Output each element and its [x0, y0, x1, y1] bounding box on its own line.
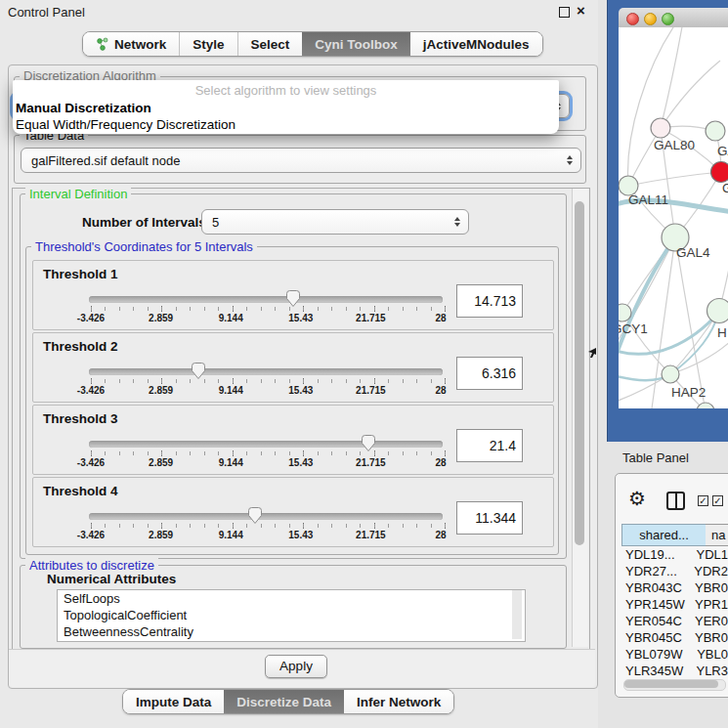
slider-minor-ticks — [91, 379, 446, 383]
table-data-combo[interactable]: galFiltered.sif default node — [21, 148, 581, 173]
node-label: GAL4 — [676, 245, 710, 260]
table-row[interactable]: YBR045C YBR0 — [621, 629, 728, 646]
table-row[interactable]: YDL19... YDL1 — [621, 546, 728, 563]
list-scrollbar[interactable] — [512, 590, 522, 639]
node-label: GAL80 — [654, 138, 695, 152]
tab-select-label: Select — [251, 37, 290, 52]
checkbox-icon[interactable]: ✓ — [698, 495, 708, 506]
threshold-3-panel: Threshold 3 -3.426 2.859 9.144 15.43 21.… — [32, 405, 554, 475]
node-label: GA — [717, 144, 728, 158]
tab-select[interactable]: Select — [237, 32, 303, 56]
slider-minor-ticks — [91, 451, 446, 455]
tab-cyni-toolbox[interactable]: Cyni Toolbox — [302, 32, 410, 56]
tab-jactivemnodules-label: jActiveMNodules — [423, 37, 530, 52]
threshold-2-slider-thumb[interactable] — [191, 362, 206, 380]
column-header-shared-name[interactable]: shared... — [621, 524, 707, 546]
numerical-attributes-label: Numerical Attributes — [47, 572, 176, 586]
node-cut-right[interactable] — [707, 299, 728, 323]
threshold-2-label: Threshold 2 — [43, 339, 118, 354]
thresholds-group-title: Threshold's Coordinates for 5 Intervals — [31, 239, 257, 254]
threshold-4-panel: Threshold 4 -3.426 2.859 9.144 15.43 21.… — [32, 477, 554, 547]
table-row[interactable]: YDR27... YDR2 — [621, 563, 728, 579]
tab-style-label: Style — [193, 37, 224, 52]
network-nodes[interactable] — [619, 118, 728, 408]
column-header-name[interactable]: na — [706, 524, 728, 546]
list-item[interactable]: BetweennessCentrality — [58, 623, 525, 640]
tab-network[interactable]: Network — [83, 32, 179, 56]
threshold-1-slider-track[interactable] — [89, 296, 443, 303]
threshold-4-value-field[interactable]: 11.344 — [456, 501, 523, 535]
slider-scale-labels: -3.426 2.859 9.144 15.43 21.715 28 — [62, 457, 470, 468]
checkbox-icon[interactable]: ✓ — [712, 495, 723, 506]
node-gal80[interactable] — [651, 118, 670, 138]
table-row[interactable]: YPR145W YPR1 — [621, 596, 728, 613]
tab-infer-network-label: Infer Network — [357, 695, 441, 709]
node-label: GAL11 — [628, 193, 668, 207]
threshold-1-label: Threshold 1 — [43, 267, 118, 281]
combo-arrows-icon — [454, 217, 460, 227]
threshold-3-slider-track[interactable] — [89, 441, 443, 448]
zoom-traffic-light-icon[interactable] — [662, 13, 674, 25]
split-columns-icon[interactable] — [666, 492, 685, 510]
table-row[interactable]: YLR345W YLR3 — [621, 663, 728, 678]
list-item[interactable]: SelfLoops — [58, 590, 525, 607]
node-cut-top-right[interactable] — [706, 121, 725, 141]
threshold-4-label: Threshold 4 — [43, 484, 118, 498]
threshold-1-slider-thumb[interactable] — [285, 289, 301, 308]
table-rows: YDL19... YDL1 YDR27... YDR2 YBR043C YBR0… — [621, 546, 728, 678]
threshold-1-value-field[interactable]: 14.713 — [456, 284, 523, 318]
list-item[interactable]: TopologicalCoefficient — [58, 607, 525, 623]
threshold-3-label: Threshold 3 — [43, 411, 118, 426]
algorithm-option-equal-width[interactable]: Equal Width/Frequency Discretization — [16, 117, 236, 132]
numerical-attributes-list[interactable]: SelfLoops TopologicalCoefficient Between… — [57, 589, 526, 642]
tab-infer-network[interactable]: Infer Network — [344, 690, 453, 713]
close-icon[interactable]: × — [577, 2, 585, 19]
node-label: G — [722, 181, 728, 195]
threshold-3-slider-thumb[interactable] — [361, 434, 376, 452]
tab-jactivemnodules[interactable]: jActiveMNodules — [410, 32, 542, 56]
tab-impute-data[interactable]: Impute Data — [123, 690, 224, 713]
gear-icon[interactable]: ⚙ — [628, 487, 646, 510]
close-traffic-light-icon[interactable] — [626, 13, 639, 25]
node-cut-bottom[interactable] — [697, 403, 714, 408]
threshold-4-slider-thumb[interactable] — [247, 506, 263, 525]
control-panel-titlebar: Control Panel × — [0, 0, 598, 23]
vertical-scrollbar-thumb[interactable] — [575, 201, 584, 545]
threshold-3-value-field[interactable]: 21.4 — [456, 429, 523, 462]
table-row[interactable]: YER054C YER0 — [621, 613, 728, 629]
threshold-1-panel: Threshold 1 -3.426 2.859 9.144 15.43 21.… — [32, 260, 554, 330]
application-window: Control Panel × Network Style Select — [0, 0, 728, 728]
float-window-icon[interactable] — [559, 7, 570, 18]
slider-scale-labels: -3.426 2.859 9.144 15.43 21.715 28 — [62, 530, 470, 540]
panel-title: Control Panel — [8, 5, 85, 20]
network-canvas[interactable]: GAL80 GA G GAL11 GAL4 GCY1 H HAP2 — [619, 27, 728, 408]
number-of-intervals-combo[interactable]: 5 — [201, 209, 469, 235]
number-of-intervals-value: 5 — [212, 215, 219, 230]
network-window-titlebar[interactable] — [619, 8, 728, 28]
minimize-traffic-light-icon[interactable] — [644, 13, 657, 25]
algorithm-option-manual[interactable]: Manual Discretization — [16, 101, 151, 115]
threshold-4-slider-track[interactable] — [89, 513, 443, 520]
node-gcy1[interactable] — [619, 304, 631, 321]
tab-impute-data-label: Impute Data — [136, 695, 211, 709]
table-row[interactable]: YBR043C YBR0 — [621, 579, 728, 596]
node-hap2[interactable] — [662, 365, 679, 383]
network-graph: GAL80 GA G GAL11 GAL4 GCY1 H HAP2 — [619, 27, 728, 408]
mouse-cursor — [587, 347, 597, 359]
threshold-2-slider-track[interactable] — [89, 368, 443, 375]
table-data-combo-value: galFiltered.sif default node — [31, 153, 180, 168]
tab-discretize-data[interactable]: Discretize Data — [224, 690, 344, 713]
threshold-2-value-field[interactable]: 6.316 — [456, 357, 523, 390]
node-label: GCY1 — [619, 321, 648, 336]
tab-style[interactable]: Style — [179, 32, 236, 56]
tab-network-label: Network — [114, 37, 166, 52]
table-row[interactable]: YBL079W YBL0 — [621, 646, 728, 663]
horizontal-scrollbar-thumb[interactable] — [624, 680, 718, 688]
node-highlighted-red[interactable] — [711, 162, 728, 183]
apply-button[interactable]: Apply — [265, 655, 327, 678]
slider-scale-labels: -3.426 2.859 9.144 15.43 21.715 28 — [62, 313, 470, 323]
control-panel: Control Panel × Network Style Select — [0, 0, 598, 728]
threshold-2-panel: Threshold 2 -3.426 2.859 9.144 15.43 21.… — [32, 332, 554, 403]
node-label: HAP2 — [671, 385, 706, 400]
network-edges — [619, 27, 728, 408]
